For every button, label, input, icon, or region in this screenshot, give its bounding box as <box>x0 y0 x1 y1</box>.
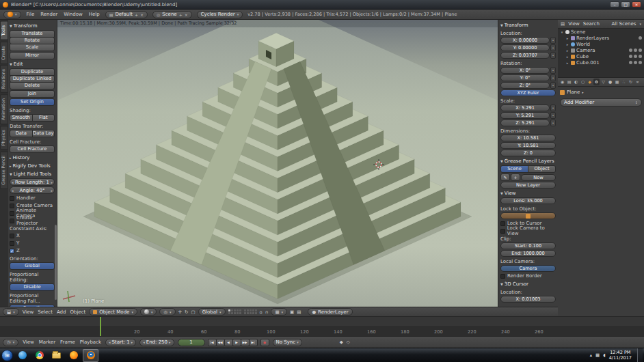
visibility-eye-icon[interactable] <box>629 48 632 52</box>
tab-particles-icon[interactable]: ∴ <box>621 79 627 85</box>
cursor-3d-icon[interactable] <box>373 159 384 170</box>
system-clock[interactable]: 12:42 PM 4/11/2017 <box>609 350 634 361</box>
sync-dropdown[interactable]: No Sync▾ <box>273 339 302 346</box>
render-toggle-icon[interactable] <box>639 36 642 40</box>
tab-render-layers-icon[interactable]: ▤ <box>566 79 572 85</box>
view-menu[interactable]: View <box>22 309 35 315</box>
close-button[interactable]: × <box>632 1 641 8</box>
increment-icon[interactable]: ▸ <box>51 180 53 184</box>
mode-dropdown[interactable]: Object Mode▾ <box>89 308 137 316</box>
disclosure-icon[interactable]: ▸ <box>565 48 569 53</box>
panel-transform[interactable]: ▼Transform <box>10 23 55 29</box>
timeline-menu-marker[interactable]: Marker <box>38 339 56 345</box>
join-button[interactable]: Join <box>10 90 55 98</box>
visibility-eye-icon[interactable] <box>629 61 632 64</box>
lock-icon[interactable]: ⌂ <box>260 309 263 315</box>
outliner-menu-search[interactable]: Search <box>583 21 600 27</box>
render-border-checkbox[interactable] <box>500 274 505 279</box>
editor-type-3dview[interactable]: ⬓▾ <box>3 308 19 316</box>
smooth-button[interactable]: Smooth <box>10 114 33 122</box>
cell-fracture-button[interactable]: Cell Fracture <box>10 145 55 153</box>
current-frame-playhead[interactable] <box>100 317 101 337</box>
gp-scene-toggle[interactable]: Scene <box>500 165 528 173</box>
lock-icon[interactable]: • <box>550 44 556 51</box>
orientation-dropdown[interactable]: Global <box>10 262 55 270</box>
manipulator-translate-icon[interactable]: ✛ <box>178 309 182 315</box>
scale-x-field[interactable]: X: 5.291 <box>500 105 550 111</box>
maximize-button[interactable]: □ <box>621 1 630 8</box>
tab-scene-icon[interactable]: ◐ <box>573 79 579 85</box>
layers-grid-1[interactable] <box>228 309 241 314</box>
taskbar-firefox-icon[interactable] <box>66 349 81 362</box>
editor-type-info[interactable]: ▾ <box>3 11 21 18</box>
render-toggle-icon[interactable] <box>639 61 642 64</box>
clip-start-field[interactable]: Start: 0.100 <box>500 242 556 249</box>
lock-icon[interactable]: • <box>550 52 556 59</box>
menu-render[interactable]: Render <box>40 12 58 17</box>
flat-button[interactable]: Flat <box>32 114 55 122</box>
outliner-row-scene[interactable]: ▾ Scene <box>558 29 644 35</box>
tool-shelf-scrollbar[interactable] <box>55 225 57 300</box>
viewport-3d[interactable]: Time:00:15.18 | Mem:30.59M, Peak:30.59M … <box>57 20 498 307</box>
tab-create[interactable]: Create <box>0 42 8 64</box>
outliner-row-world[interactable]: ▸ World <box>558 41 644 47</box>
timeline-menu-frame[interactable]: Frame <box>59 339 76 345</box>
tray-expand-icon[interactable]: ▴ <box>590 352 592 358</box>
remove-scene-icon[interactable]: × <box>185 12 188 17</box>
panel-history[interactable]: ▸History <box>10 154 55 161</box>
taskbar-internet-explorer-icon[interactable] <box>14 349 30 362</box>
scale-z-field[interactable]: Z: 5.291 <box>500 120 550 126</box>
dimension-x-field[interactable]: X: 10.581 <box>500 135 556 141</box>
tab-physics-icon[interactable]: ↻ <box>628 79 634 85</box>
mirror-button[interactable]: Mirror <box>10 52 55 59</box>
snap-magnet-icon[interactable]: ∩ <box>265 309 269 315</box>
disclosure-icon[interactable]: ▸ <box>565 61 569 65</box>
rotation-z-field[interactable]: Z: 0° <box>500 82 550 89</box>
panel-transform-n[interactable]: ▼Transform <box>500 22 556 29</box>
disclosure-icon[interactable]: ▸ <box>565 36 569 40</box>
manipulator-scale-icon[interactable]: ▢ <box>191 309 196 315</box>
render-engine-selector[interactable]: Cycles Render ▾ <box>197 11 243 18</box>
timeline-ruler[interactable]: 20 40 60 80 100 120 140 160 180 200 220 … <box>0 316 644 336</box>
tab-world-icon[interactable]: ○ <box>580 79 586 85</box>
clip-end-field[interactable]: End: 1000.000 <box>500 250 556 257</box>
rotation-y-field[interactable]: Y: 0° <box>500 74 550 81</box>
tab-grease-pencil[interactable]: Grease Pencil <box>0 152 8 189</box>
tab-object-icon[interactable]: ◆ <box>587 79 593 85</box>
gp-object-toggle[interactable]: Object <box>528 165 556 173</box>
outliner-menu-view[interactable]: View <box>568 21 580 27</box>
lens-field[interactable]: Lens: 35.000 <box>500 197 556 204</box>
tab-material-icon[interactable]: ● <box>607 79 613 85</box>
lock-icon[interactable]: • <box>550 37 556 44</box>
panel-grease-pencil[interactable]: ▼Grease Pencil Layers <box>500 158 556 165</box>
tab-render-icon[interactable]: ◉ <box>559 79 565 85</box>
scale-button[interactable]: Scale <box>10 44 55 51</box>
lock-icon[interactable]: • <box>550 120 556 126</box>
object-breadcrumb[interactable]: Plane ▸ <box>560 89 642 96</box>
delete-button[interactable]: Delete <box>10 82 55 89</box>
editor-type-timeline[interactable]: ◷▾ <box>3 339 18 346</box>
jump-to-end-button[interactable]: ▶| <box>249 339 258 346</box>
frame-start-field[interactable]: ◂Start: 1▸ <box>105 339 136 346</box>
panel-light-field-tools[interactable]: ▼Light Field Tools <box>10 171 55 178</box>
handler-checkbox[interactable] <box>10 196 14 201</box>
tab-physics[interactable]: Physics <box>0 126 8 150</box>
menu-help[interactable]: Help <box>88 12 100 17</box>
object-menu[interactable]: Object <box>69 309 86 315</box>
play-button[interactable]: ▶ <box>232 339 241 346</box>
axis-y-checkbox[interactable] <box>10 241 14 246</box>
keyframe-insert-icon[interactable]: ◇ <box>347 339 350 345</box>
decrement-icon[interactable]: ◂ <box>12 180 14 184</box>
lock-icon[interactable]: • <box>550 74 556 81</box>
proportional-editing-dropdown[interactable]: Disable <box>10 283 55 291</box>
outliner-row-cube-001[interactable]: ▸ Cube.001 <box>558 59 644 66</box>
taskbar-blender-icon[interactable] <box>83 349 98 362</box>
tab-constraints-icon[interactable]: ∞ <box>634 79 641 85</box>
gp-draw-icon[interactable]: ✎ <box>500 173 510 181</box>
panel-edit[interactable]: ▼Edit <box>10 61 55 68</box>
screen-layout-selector[interactable]: ▤ Default + × <box>105 11 148 18</box>
outliner-row-cube[interactable]: ▸ Cube <box>558 53 644 59</box>
cursor-x-field[interactable]: X: 0.01003 <box>500 296 556 303</box>
shading-dropdown[interactable]: ▾ <box>140 308 157 316</box>
disclosure-icon[interactable]: ▸ <box>565 42 569 46</box>
